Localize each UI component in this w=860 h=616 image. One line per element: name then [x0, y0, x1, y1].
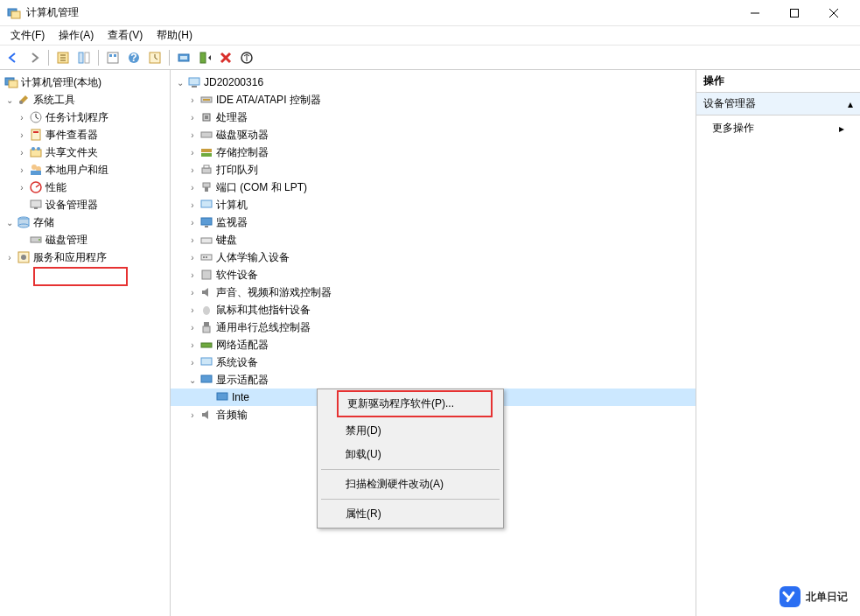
expand-icon[interactable]: › — [186, 181, 199, 193]
menu-action[interactable]: 操作(A) — [52, 26, 101, 45]
collapse-icon[interactable]: ⌄ — [3, 94, 16, 106]
tree-label: 通用串行总线控制器 — [216, 320, 311, 335]
update-button[interactable] — [195, 48, 214, 67]
help-button[interactable]: ? — [124, 48, 143, 67]
tree-label: 存储 — [33, 215, 54, 230]
forward-button[interactable] — [24, 48, 44, 67]
device-sound[interactable]: ›声音、视频和游戏控制器 — [171, 284, 696, 301]
minimize-button[interactable] — [735, 1, 774, 25]
svg-point-38 — [18, 224, 29, 228]
device-hid[interactable]: ›人体学输入设备 — [171, 248, 696, 266]
expand-icon[interactable]: › — [186, 304, 199, 316]
svg-rect-68 — [201, 358, 212, 365]
show-hide-tree-button[interactable] — [53, 48, 73, 67]
expand-icon[interactable]: › — [186, 94, 199, 106]
back-button[interactable] — [3, 48, 23, 67]
device-print-queues[interactable]: ›打印队列 — [171, 161, 696, 178]
expand-icon[interactable]: › — [186, 129, 199, 141]
ctx-disable[interactable]: 禁用(D) — [319, 419, 501, 443]
device-storage-ctrl[interactable]: ›存储控制器 — [171, 144, 696, 161]
device-network[interactable]: ›网络适配器 — [171, 336, 696, 354]
device-mice[interactable]: ›鼠标和其他指针设备 — [171, 301, 696, 318]
expand-icon[interactable]: › — [186, 111, 199, 123]
device-mgr-icon — [28, 198, 44, 212]
expand-icon[interactable]: › — [186, 286, 199, 298]
tree-shared-folders[interactable]: › 共享文件夹 — [0, 144, 170, 161]
device-computers[interactable]: ›计算机 — [171, 196, 696, 214]
menu-help[interactable]: 帮助(H) — [150, 26, 199, 45]
expand-icon[interactable]: › — [16, 181, 28, 193]
spacer — [16, 234, 28, 246]
actions-more[interactable]: 更多操作 ▸ — [696, 116, 860, 141]
ctx-separator — [321, 499, 500, 500]
collapse-icon[interactable]: ⌄ — [186, 374, 199, 386]
tree-system-tools[interactable]: ⌄ 系统工具 — [0, 91, 170, 108]
tree-task-scheduler[interactable]: › 任务计划程序 — [0, 108, 170, 126]
toolbar-separator — [98, 50, 99, 66]
device-monitors[interactable]: ›监视器 — [171, 214, 696, 231]
menu-file[interactable]: 文件(F) — [3, 26, 52, 45]
ctx-uninstall[interactable]: 卸载(U) — [319, 443, 501, 466]
expand-icon[interactable]: › — [186, 146, 199, 158]
actions-subheader[interactable]: 设备管理器 ▴ — [696, 93, 860, 116]
ctx-update-driver[interactable]: 更新驱动程序软件(P)... — [339, 392, 491, 416]
scan-button[interactable] — [174, 48, 193, 67]
tree-label: 鼠标和其他指针设备 — [216, 303, 311, 318]
expand-icon[interactable]: › — [3, 251, 16, 263]
svg-rect-26 — [33, 131, 38, 133]
close-button[interactable] — [814, 1, 853, 25]
collapse-icon[interactable]: ⌄ — [174, 76, 186, 88]
expand-icon[interactable]: › — [16, 164, 28, 176]
device-ide[interactable]: ›IDE ATA/ATAPI 控制器 — [171, 91, 696, 108]
device-usb[interactable]: ›通用串行总线控制器 — [171, 318, 696, 336]
expand-icon[interactable]: › — [16, 111, 28, 123]
view-large-button[interactable] — [103, 48, 122, 67]
device-display-adapters[interactable]: ⌄显示适配器 — [171, 371, 696, 388]
cpu-icon — [199, 110, 214, 124]
device-software[interactable]: ›软件设备 — [171, 266, 696, 284]
expand-icon[interactable]: › — [186, 269, 199, 281]
expand-icon[interactable]: › — [186, 409, 199, 421]
device-root[interactable]: ⌄ JD20200316 — [171, 74, 696, 91]
ctx-scan-hw[interactable]: 扫描检测硬件改动(A) — [319, 472, 501, 496]
maximize-button[interactable] — [774, 1, 814, 25]
device-ports[interactable]: ›端口 (COM 和 LPT) — [171, 178, 696, 196]
tree-event-viewer[interactable]: › 事件查看器 — [0, 126, 170, 144]
expand-icon[interactable]: › — [186, 339, 199, 351]
device-system[interactable]: ›系统设备 — [171, 354, 696, 371]
expand-icon[interactable]: › — [16, 129, 28, 141]
display-icon — [199, 373, 214, 387]
tree-performance[interactable]: › 性能 — [0, 178, 170, 196]
tree-local-users[interactable]: › 本地用户和组 — [0, 161, 170, 178]
enable-button[interactable] — [237, 48, 256, 67]
collapse-icon[interactable]: ⌄ — [3, 216, 16, 228]
refresh-button[interactable] — [145, 48, 164, 67]
expand-icon[interactable]: › — [16, 146, 28, 158]
tree-label: 键盘 — [216, 233, 237, 248]
expand-icon[interactable]: › — [186, 251, 199, 263]
tree-services-apps[interactable]: › 服务和应用程序 — [0, 248, 170, 266]
toolbar-separator — [169, 50, 170, 66]
expand-icon[interactable]: › — [186, 199, 199, 211]
device-processors[interactable]: ›处理器 — [171, 108, 696, 126]
expand-icon[interactable]: › — [186, 356, 199, 368]
expand-icon[interactable]: › — [186, 234, 199, 246]
tree-root-local[interactable]: 计算机管理(本地) — [0, 74, 170, 91]
svg-rect-32 — [31, 171, 41, 175]
expand-icon[interactable]: › — [186, 164, 199, 176]
tree-label: 磁盘管理 — [45, 233, 87, 248]
services-icon — [16, 250, 31, 264]
tree-storage[interactable]: ⌄ 存储 — [0, 214, 170, 231]
tree-device-manager[interactable]: 设备管理器 — [0, 196, 170, 214]
expand-icon[interactable]: › — [186, 321, 199, 333]
tree-disk-management[interactable]: 磁盘管理 — [0, 231, 170, 248]
uninstall-button[interactable] — [216, 48, 235, 67]
ctx-properties[interactable]: 属性(R) — [319, 502, 501, 526]
menu-view[interactable]: 查看(V) — [101, 26, 150, 45]
device-keyboards[interactable]: ›键盘 — [171, 231, 696, 248]
expand-icon[interactable]: › — [186, 216, 199, 228]
watermark: 北单日记 — [780, 586, 848, 607]
device-disk-drives[interactable]: ›磁盘驱动器 — [171, 126, 696, 144]
actions-more-label: 更多操作 — [712, 121, 754, 136]
properties-button[interactable] — [74, 48, 94, 67]
